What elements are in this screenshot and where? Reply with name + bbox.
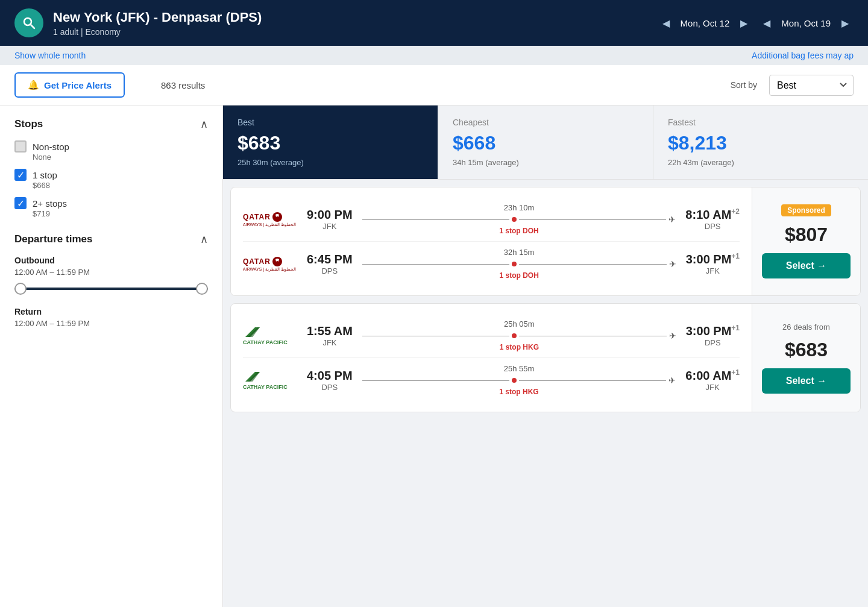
best-card-time: 25h 30m (average) — [237, 158, 423, 167]
qatar-return-depart: 6:45 PM DPS — [307, 253, 353, 275]
return-time-range: 12:00 AM – 11:59 PM — [14, 319, 208, 328]
return-times-label: Return — [14, 307, 208, 316]
sort-select[interactable]: Best Cheapest Fastest — [769, 75, 854, 96]
one-stop-checkbox[interactable]: ✓ — [14, 169, 27, 181]
bell-icon: 🔔 — [28, 80, 39, 90]
cheapest-card-amount: $668 — [453, 132, 638, 154]
outbound-time-range: 12:00 AM – 11:59 PM — [14, 268, 208, 277]
search-toolbar: 🔔 Get Price Alerts 863 results Sort by B… — [0, 65, 868, 105]
cathay-return-arrive: 6:00 AM+1 JFK — [685, 368, 740, 392]
cathay-return-depart: 4:05 PM DPS — [307, 369, 353, 392]
cathay-outbound-duration: 25h 05m ✈ 1 stop HKG — [362, 319, 676, 351]
stops-filter-title: Stops — [14, 118, 43, 130]
qatar-return-duration: 32h 15m ✈ 1 stop DOH — [362, 248, 676, 280]
cheapest-price-card[interactable]: Cheapest $668 34h 15m (average) — [438, 105, 653, 179]
qatar-price-col: Sponsored $807 Select → — [752, 187, 860, 295]
price-alert-button[interactable]: 🔔 Get Price Alerts — [14, 72, 125, 98]
qatar-select-button[interactable]: Select → — [762, 253, 851, 278]
slider-thumb-left[interactable] — [14, 283, 27, 295]
qatar-outbound-duration: 23h 10m ✈ 1 stop DOH — [362, 203, 676, 235]
qatar-outbound-arrive: 8:10 AM+2 DPS — [685, 207, 740, 231]
svg-line-1 — [31, 25, 35, 29]
bag-fees-notice: Additional bag fees may ap — [752, 51, 854, 60]
best-card-label: Best — [237, 118, 423, 127]
show-whole-month-link[interactable]: Show whole month — [14, 51, 86, 60]
nonstop-price: None — [33, 153, 208, 162]
flight-list: QATAR AIRWAYS | الخطوط القطرية 9 — [223, 187, 868, 412]
svg-point-3 — [272, 257, 282, 266]
sponsored-badge: Sponsored — [781, 204, 831, 216]
plane-icon: ✈ — [668, 215, 676, 224]
flight-card-qatar: QATAR AIRWAYS | الخطوط القطرية 9 — [230, 187, 861, 296]
main-content: Stops ∧ Non-stop None ✓ 1 stop $668 — [0, 105, 868, 607]
cathay-select-button[interactable]: Select → — [762, 368, 851, 394]
fastest-card-time: 22h 43m (average) — [668, 158, 854, 167]
qatar-airline-logo: QATAR AIRWAYS | الخطوط القطرية — [243, 212, 297, 227]
stops-filter: Stops ∧ Non-stop None ✓ 1 stop $668 — [14, 118, 208, 218]
best-card-amount: $683 — [237, 132, 423, 154]
one-stop-option: ✓ 1 stop $668 — [14, 169, 208, 190]
slider-thumb-right[interactable] — [196, 283, 208, 295]
stops-filter-header: Stops ∧ — [14, 118, 208, 131]
qatar-price: $807 — [785, 224, 828, 246]
cathay-return-row: CATHAY PACIFIC 4:05 PM DPS 25h 55m — [243, 357, 740, 402]
qatar-return-arrive: 3:00 PM+1 JFK — [686, 252, 740, 275]
qatar-sub-text: AIRWAYS | الخطوط القطرية — [243, 222, 296, 227]
outbound-prev-arrow[interactable]: ◀ — [658, 15, 675, 31]
two-plus-label: 2+ stops — [33, 198, 67, 209]
departure-times-filter: Departure times ∧ Outbound 12:00 AM – 11… — [14, 233, 208, 328]
departure-filter-title: Departure times — [14, 233, 92, 245]
fastest-price-card[interactable]: Fastest $8,213 22h 43m (average) — [653, 105, 868, 179]
departure-filter-header: Departure times ∧ — [14, 233, 208, 246]
fastest-card-amount: $8,213 — [668, 132, 854, 154]
cathay-flight-details: CATHAY PACIFIC 1:55 AM JFK 25h 05m — [231, 304, 752, 412]
best-price-card[interactable]: Best $683 25h 30m (average) — [223, 105, 438, 179]
stop-dot — [512, 217, 517, 222]
nonstop-option: Non-stop None — [14, 140, 208, 162]
qatar-outbound-line: ✈ — [362, 215, 676, 224]
outbound-next-arrow[interactable]: ▶ — [735, 15, 752, 31]
return-next-arrow[interactable]: ▶ — [837, 15, 854, 31]
return-prev-arrow[interactable]: ◀ — [758, 15, 775, 31]
price-summary-cards: Best $683 25h 30m (average) Cheapest $66… — [223, 105, 868, 180]
cathay-price: $683 — [785, 339, 828, 361]
cathay-return-duration: 25h 55m ✈ 1 stop HKG — [362, 364, 676, 396]
stops-chevron-icon[interactable]: ∧ — [200, 118, 208, 131]
flight-card-cathay: CATHAY PACIFIC 1:55 AM JFK 25h 05m — [230, 303, 861, 412]
one-stop-row[interactable]: ✓ 1 stop — [14, 169, 208, 181]
page-header: New York (JFK) - Denpasar (DPS) 1 adult … — [0, 0, 868, 46]
one-stop-price: $668 — [33, 181, 208, 190]
nonstop-row[interactable]: Non-stop — [14, 140, 208, 153]
one-stop-label: 1 stop — [33, 170, 57, 180]
departure-chevron-icon[interactable]: ∧ — [200, 233, 208, 246]
qatar-logo-icon — [272, 212, 283, 222]
qatar-return-row: QATAR AIRWAYS | الخطوط القطرية 6 — [243, 241, 740, 286]
results-count: 863 results — [161, 80, 205, 90]
subheader-bar: Show whole month Additional bag fees may… — [0, 46, 868, 65]
svg-point-2 — [272, 212, 282, 222]
nonstop-label: Non-stop — [33, 142, 69, 152]
slider-track — [14, 288, 208, 290]
cathay-outbound-arrive: 3:00 PM+1 DPS — [686, 324, 740, 347]
flight-results-content: Best $683 25h 30m (average) Cheapest $66… — [223, 105, 868, 607]
filters-sidebar: Stops ∧ Non-stop None ✓ 1 stop $668 — [0, 105, 223, 607]
two-plus-price: $719 — [33, 209, 208, 218]
cathay-logo-icon — [243, 326, 262, 338]
outbound-date: Mon, Oct 12 — [681, 18, 730, 28]
cathay-outbound-depart: 1:55 AM JFK — [307, 324, 353, 347]
qatar-text: QATAR — [243, 213, 271, 221]
qatar-outbound-depart: 9:00 PM JFK — [307, 208, 353, 231]
outbound-time-slider[interactable] — [14, 283, 208, 295]
search-icon[interactable] — [14, 8, 43, 37]
route-info: New York (JFK) - Denpasar (DPS) 1 adult … — [53, 10, 262, 37]
deals-from-label: 26 deals from — [782, 322, 830, 332]
two-plus-checkbox[interactable]: ✓ — [14, 197, 27, 209]
outbound-times-label: Outbound — [14, 256, 208, 265]
route-title: New York (JFK) - Denpasar (DPS) — [53, 10, 262, 25]
two-plus-row[interactable]: ✓ 2+ stops — [14, 197, 208, 209]
cheapest-card-label: Cheapest — [453, 118, 638, 127]
nonstop-checkbox[interactable] — [14, 140, 27, 153]
fastest-card-label: Fastest — [668, 118, 854, 127]
cathay-airline-logo: CATHAY PACIFIC — [243, 326, 297, 345]
cheapest-card-time: 34h 15m (average) — [453, 158, 638, 167]
